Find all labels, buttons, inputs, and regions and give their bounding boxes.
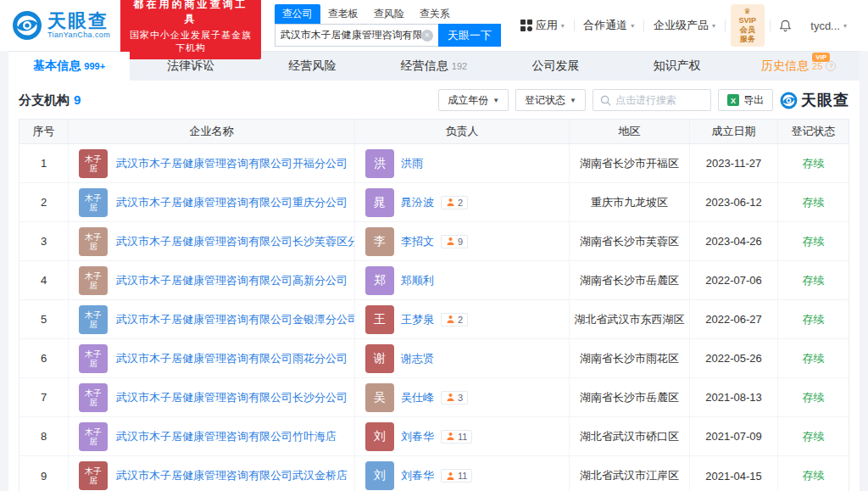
person-avatar[interactable]: 谢 [365,344,394,373]
person-avatar[interactable]: 李 [365,227,394,256]
related-count-badge[interactable]: 2 [441,196,468,209]
related-count: 2 [458,315,463,325]
person-name-link[interactable]: 王梦泉 [401,312,434,327]
person-avatar[interactable]: 王 [365,305,394,334]
promo-line2: 国家中小企业发展子基金旗下机构 [129,29,253,54]
company-name-link[interactable]: 武汉市木子居健康管理咨询有限公司长沙分公司 [116,390,348,405]
user-menu[interactable]: tycd... ▾ [801,20,856,32]
established-date-cell: 2023-06-12 [690,183,778,221]
year-filter-dropdown[interactable]: 成立年份 ▼ [438,89,509,111]
registration-status[interactable]: 存续 [803,429,825,444]
status-filter-label: 登记状态 [525,93,565,108]
company-tab[interactable]: 基本信息 999+ [8,52,130,81]
table-search-input[interactable] [615,94,704,106]
watermark-text: 天眼查 [801,90,849,110]
related-count-badge[interactable]: 9 [441,235,468,248]
company-logo: 木子居 [79,383,108,412]
person-avatar[interactable]: 刘 [365,422,394,451]
tab-count: 25 [812,61,822,71]
content-area: 分支机构9 成立年份 ▼ 登记状态 ▼ [8,81,860,491]
search-tab-company[interactable]: 查公司 [275,4,320,24]
registration-status[interactable]: 存续 [803,273,825,288]
table-row: 4 木子居 武汉市木子居健康管理咨询有限公司高新分公司 郑 郑顺利 湖南省长沙市… [19,261,849,300]
registration-status[interactable]: 存续 [803,351,825,366]
registration-status[interactable]: 存续 [803,156,825,171]
person-count-icon [446,393,455,402]
search-tab-risk[interactable]: 查风险 [366,4,412,24]
person-name-link[interactable]: 刘春华 [401,468,434,483]
header-date: 成立日期 [690,120,778,143]
registration-status[interactable]: 存续 [803,468,825,483]
export-button[interactable]: X 导出 [718,89,773,111]
region-cell: 湖北省武汉市东西湖区 [570,300,690,338]
registration-status[interactable]: 存续 [803,390,825,405]
related-count-badge[interactable]: 2 [441,313,468,326]
person-avatar[interactable]: 刘 [365,461,394,490]
tab-label: 经营信息 [401,59,448,74]
company-tab[interactable]: 公司发展 [495,52,616,81]
search-button[interactable]: 天眼一下 [438,24,501,47]
company-name-link[interactable]: 武汉市木子居健康管理咨询有限公司竹叶海店 [116,429,337,444]
section-count: 9 [74,92,81,107]
crown-icon: ♛ [744,7,751,15]
company-tabs: 基本信息 999+ 法律诉讼 经营风险 经营信息 192 公司发展 知识产权 历… [8,51,860,81]
related-count-badge[interactable]: 11 [441,469,472,483]
person-name-link[interactable]: 郑顺利 [401,273,434,288]
company-name-link[interactable]: 武汉市木子居健康管理咨询有限公司武汉金桥店 [116,468,348,483]
company-name-link[interactable]: 武汉市木子居健康管理咨询有限公司雨花分公司 [116,351,348,366]
tianyancha-logo[interactable]: 天眼查 TianYanCha.com [12,10,110,41]
search-tab-boss[interactable]: 查老板 [320,4,366,24]
clear-input-icon[interactable]: × [421,30,433,42]
person-name-link[interactable]: 李招文 [401,234,434,249]
search-input[interactable] [281,30,421,42]
row-index: 5 [19,300,69,338]
nav-enterprise[interactable]: 企业级产品 ▾ [644,18,725,33]
tianyancha-logo-icon [12,10,42,41]
person-name-link[interactable]: 刘春华 [401,429,434,444]
status-filter-dropdown[interactable]: 登记状态 ▼ [515,89,586,111]
nav-cooperation[interactable]: 合作通道 ▾ [574,18,643,33]
person-avatar[interactable]: 吴 [365,383,394,412]
related-count-badge[interactable]: 11 [441,430,472,444]
established-date-cell: 2022-05-26 [690,339,778,377]
person-name-link[interactable]: 吴仕峰 [401,390,434,405]
company-tab[interactable]: 历史信息 25 VIP ? [738,52,860,81]
help-icon[interactable]: ? [826,61,836,71]
person-avatar[interactable]: 晁 [365,188,394,217]
tab-label: 法律诉讼 [167,59,214,74]
company-name-link[interactable]: 武汉市木子居健康管理咨询有限公司金银潭分公司 [116,312,355,327]
company-name-link[interactable]: 武汉市木子居健康管理咨询有限公司高新分公司 [116,273,348,288]
registration-status[interactable]: 存续 [803,312,825,327]
company-tab[interactable]: 法律诉讼 [130,52,251,81]
main-page: 基本信息 999+ 法律诉讼 经营风险 经营信息 192 公司发展 知识产权 历… [8,51,860,491]
person-name-link[interactable]: 谢志贤 [401,351,434,366]
established-date-cell: 2022-07-06 [690,261,778,299]
section-title: 分支机构9 [19,92,81,109]
registration-status[interactable]: 存续 [803,234,825,249]
company-tab[interactable]: 经营风险 [252,52,373,81]
notifications-button[interactable] [770,20,801,32]
svip-member-badge[interactable]: ♛ SVIP 会员服务 [731,4,765,47]
company-tab[interactable]: 经营信息 192 [373,52,494,81]
row-index: 2 [19,183,69,221]
promo-line1: 都在用的商业查询工具 [129,0,253,26]
header-status: 登记状态 [778,120,849,143]
tab-label: 公司发展 [531,59,579,74]
person-avatar[interactable]: 洪 [365,149,394,178]
table-row: 5 木子居 武汉市木子居健康管理咨询有限公司金银潭分公司 王 王梦泉 2 湖北省… [19,300,849,339]
svip-sublabel: 会员服务 [738,25,757,44]
registration-status[interactable]: 存续 [803,195,825,210]
person-name-link[interactable]: 晁汾波 [401,195,434,210]
logo-subtitle: TianYanCha.com [47,31,110,39]
company-name-link[interactable]: 武汉市木子居健康管理咨询有限公司长沙芙蓉区分公司 [116,234,355,249]
nav-apps[interactable]: 应用 ▾ [511,18,574,33]
company-name-link[interactable]: 武汉市木子居健康管理咨询有限公司开福分公司 [116,156,348,171]
table-header-row: 序号 企业名称 负责人 地区 成立日期 登记状态 [19,120,849,144]
related-count-badge[interactable]: 3 [441,391,468,405]
company-name-link[interactable]: 武汉市木子居健康管理咨询有限公司重庆分公司 [116,195,348,210]
company-tab[interactable]: 知识产权 [616,52,737,81]
person-name-link[interactable]: 洪雨 [401,156,423,171]
search-tab-relation[interactable]: 查关系 [412,4,458,24]
person-avatar[interactable]: 郑 [365,266,394,295]
grid-icon [520,20,532,31]
